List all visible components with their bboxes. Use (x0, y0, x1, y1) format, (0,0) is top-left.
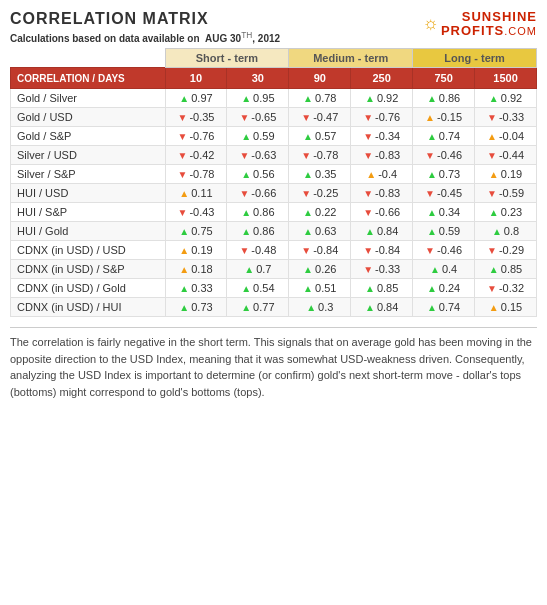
table-body: Gold / Silver▲0.97▲0.95▲0.78▲0.92▲0.86▲0… (11, 89, 537, 317)
logo: ☼ SUNSHINE PROFITS.COM (422, 10, 537, 39)
up-arrow: ▲ (241, 302, 251, 313)
value-text: -0.32 (499, 282, 524, 294)
up-arrow: ▲ (427, 283, 437, 294)
up-arrow: ▲ (241, 283, 251, 294)
table-row: Silver / USD▼-0.42▼-0.63▼-0.78▼-0.83▼-0.… (11, 146, 537, 165)
value-text: -0.66 (375, 206, 400, 218)
up-arrow: ▲ (241, 169, 251, 180)
up-arrow: ▲ (179, 93, 189, 104)
cell-value: ▲0.84 (351, 222, 413, 241)
cell-value: ▼-0.59 (475, 184, 537, 203)
cell-value: ▼-0.43 (165, 203, 227, 222)
day-90: 90 (289, 68, 351, 89)
row-label: CDNX (in USD) / USD (11, 241, 166, 260)
value-text: -0.45 (437, 187, 462, 199)
cell-value: ▼-0.83 (351, 184, 413, 203)
value-text: -0.4 (378, 168, 397, 180)
value-text: 0.73 (191, 301, 212, 313)
cell-value: ▲0.57 (289, 127, 351, 146)
down-arrow: ▼ (363, 131, 373, 142)
down-arrow: ▼ (301, 112, 311, 123)
value-text: -0.63 (251, 149, 276, 161)
neutral-arrow: ▲ (489, 169, 499, 180)
short-term-header: Short - term (165, 49, 289, 68)
up-arrow: ▲ (365, 283, 375, 294)
title-block: CORRELATION MATRIX Calculations based on… (10, 10, 280, 44)
up-arrow: ▲ (179, 283, 189, 294)
row-label: Gold / USD (11, 108, 166, 127)
value-text: -0.42 (189, 149, 214, 161)
cell-value: ▲0.11 (165, 184, 227, 203)
up-arrow: ▲ (303, 226, 313, 237)
cell-value: ▲0.74 (413, 298, 475, 317)
table-row: CDNX (in USD) / Gold▲0.33▲0.54▲0.51▲0.85… (11, 279, 537, 298)
down-arrow: ▼ (487, 112, 497, 123)
neutral-arrow: ▲ (366, 169, 376, 180)
footer-text: The correlation is fairly negative in th… (10, 327, 537, 400)
down-arrow: ▼ (425, 245, 435, 256)
cell-value: ▼-0.29 (475, 241, 537, 260)
value-text: 0.74 (439, 301, 460, 313)
value-text: 0.23 (501, 206, 522, 218)
cell-value: ▲-0.4 (351, 165, 413, 184)
cell-value: ▼-0.44 (475, 146, 537, 165)
cell-value: ▲0.84 (351, 298, 413, 317)
row-label: HUI / S&P (11, 203, 166, 222)
row-label: CDNX (in USD) / S&P (11, 260, 166, 279)
days-header-row: CORRELATION / DAYS 10 30 90 250 750 1500 (11, 68, 537, 89)
cell-value: ▼-0.76 (351, 108, 413, 127)
cell-value: ▼-0.78 (165, 165, 227, 184)
up-arrow: ▲ (427, 302, 437, 313)
value-text: 0.26 (315, 263, 336, 275)
day-750: 750 (413, 68, 475, 89)
cell-value: ▲0.18 (165, 260, 227, 279)
value-text: 0.4 (442, 263, 457, 275)
value-text: 0.34 (439, 206, 460, 218)
correlation-table: Short - term Medium - term Long - term C… (10, 48, 537, 317)
cell-value: ▲0.35 (289, 165, 351, 184)
value-text: 0.92 (501, 92, 522, 104)
up-arrow: ▲ (365, 226, 375, 237)
cell-value: ▲0.19 (165, 241, 227, 260)
up-arrow: ▲ (427, 207, 437, 218)
header: CORRELATION MATRIX Calculations based on… (10, 10, 537, 44)
up-arrow: ▲ (303, 264, 313, 275)
cell-value: ▼-0.78 (289, 146, 351, 165)
table-row: CDNX (in USD) / S&P▲0.18▲0.7▲0.26▼-0.33▲… (11, 260, 537, 279)
row-label: Gold / S&P (11, 127, 166, 146)
up-arrow: ▲ (365, 302, 375, 313)
down-arrow: ▼ (363, 245, 373, 256)
value-text: 0.77 (253, 301, 274, 313)
cell-value: ▼-0.84 (289, 241, 351, 260)
neutral-arrow: ▲ (425, 112, 435, 123)
value-text: 0.3 (318, 301, 333, 313)
cell-value: ▼-0.66 (351, 203, 413, 222)
subtitle-date: AUG 30 (205, 33, 241, 44)
neutral-arrow: ▲ (179, 264, 189, 275)
cell-value: ▲0.8 (475, 222, 537, 241)
cell-value: ▲0.92 (475, 89, 537, 108)
subtitle-year: , 2012 (252, 33, 280, 44)
down-arrow: ▼ (363, 112, 373, 123)
value-text: -0.65 (251, 111, 276, 123)
down-arrow: ▼ (301, 150, 311, 161)
day-250: 250 (351, 68, 413, 89)
empty-header (11, 49, 166, 68)
down-arrow: ▼ (239, 112, 249, 123)
value-text: -0.48 (251, 244, 276, 256)
cell-value: ▲0.85 (475, 260, 537, 279)
cell-value: ▲0.59 (227, 127, 289, 146)
up-arrow: ▲ (303, 93, 313, 104)
cell-value: ▼-0.33 (351, 260, 413, 279)
cell-value: ▲0.63 (289, 222, 351, 241)
down-arrow: ▼ (363, 150, 373, 161)
value-text: -0.43 (189, 206, 214, 218)
value-text: 0.95 (253, 92, 274, 104)
up-arrow: ▲ (244, 264, 254, 275)
down-arrow: ▼ (177, 112, 187, 123)
cell-value: ▲0.7 (227, 260, 289, 279)
value-text: -0.33 (375, 263, 400, 275)
value-text: -0.78 (189, 168, 214, 180)
cell-value: ▲0.86 (227, 203, 289, 222)
value-text: 0.97 (191, 92, 212, 104)
